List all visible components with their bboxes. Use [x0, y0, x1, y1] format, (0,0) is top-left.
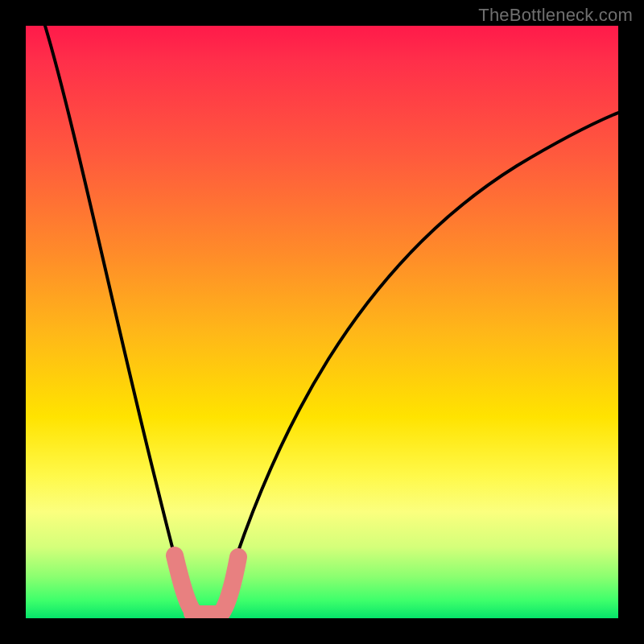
highlight-right [222, 557, 238, 612]
plot-area [26, 26, 618, 618]
watermark-text: TheBottleneck.com [478, 5, 633, 26]
curve-path [45, 26, 618, 615]
bottleneck-curve [26, 26, 618, 618]
chart-frame: TheBottleneck.com [0, 0, 644, 644]
highlight-left [175, 555, 193, 612]
